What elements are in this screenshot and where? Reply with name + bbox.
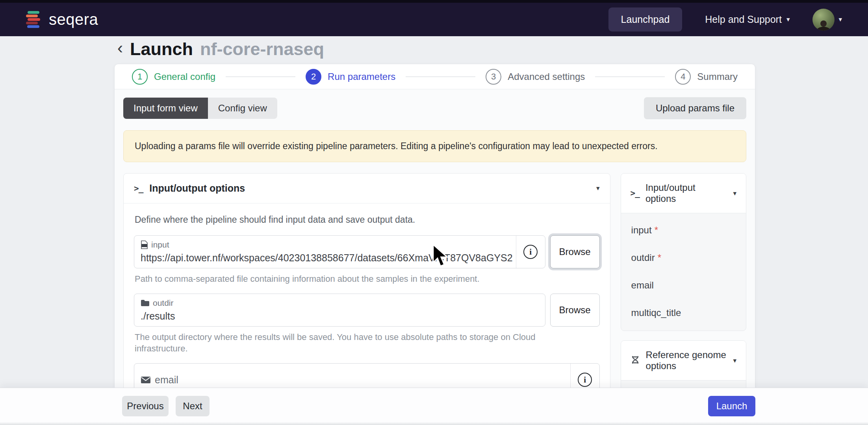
top-navbar: seqera Launchpad Help and Support ▾ ▾ bbox=[0, 0, 868, 36]
io-options-section: >_ Input/output options ▾ Define where t… bbox=[123, 173, 610, 388]
sidebar-io-options: >_ Input/output options ▾ input* outdir* bbox=[621, 173, 746, 331]
io-options-body: Define where the pipeline should find in… bbox=[124, 203, 610, 388]
chevron-down-icon: ▾ bbox=[786, 16, 790, 23]
content-columns: >_ Input/output options ▾ Define where t… bbox=[123, 173, 746, 388]
step-label: Run parameters bbox=[328, 71, 395, 82]
envelope-icon bbox=[141, 376, 151, 384]
chevron-down-icon: ▾ bbox=[596, 184, 600, 192]
wizard-stepper: 1 General config 2 Run parameters 3 Adva… bbox=[115, 64, 755, 89]
next-button[interactable]: Next bbox=[176, 396, 210, 416]
user-menu[interactable]: ▾ bbox=[812, 9, 842, 31]
email-info-button[interactable]: i bbox=[570, 364, 599, 388]
sidebar-item-outdir[interactable]: outdir* bbox=[621, 244, 746, 272]
page-title-pipeline: nf-core-rnaseq bbox=[200, 39, 324, 59]
terminal-icon: >_ bbox=[631, 188, 640, 198]
input-browse-button[interactable]: Browse bbox=[550, 235, 600, 268]
step-connector bbox=[595, 76, 665, 77]
info-icon: i bbox=[523, 245, 538, 259]
seqera-brand[interactable]: seqera bbox=[24, 9, 98, 30]
step-run-parameters[interactable]: 2 Run parameters bbox=[306, 69, 395, 85]
previous-button[interactable]: Previous bbox=[122, 396, 169, 416]
sidebar-genome-options: Reference genome options ▾ genome fasta bbox=[621, 340, 746, 388]
input-field[interactable]: input https://api.tower.nf/workspaces/40… bbox=[134, 235, 545, 268]
outdir-field[interactable]: outdir ./results bbox=[134, 294, 545, 327]
info-icon: i bbox=[578, 373, 592, 387]
sidebar-genome-options-header[interactable]: Reference genome options ▾ bbox=[621, 341, 746, 381]
sidebar-io-items: input* outdir* email multiqc_title bbox=[621, 213, 746, 331]
view-toggle: Input form view Config view bbox=[123, 98, 277, 119]
input-field-row: input https://api.tower.nf/workspaces/40… bbox=[134, 235, 600, 268]
warning-banner: Uploading a params file will override ex… bbox=[123, 130, 746, 162]
outdir-field-row: outdir ./results Browse bbox=[134, 294, 600, 327]
input-field-label-line: input bbox=[141, 240, 513, 249]
input-field-help: Path to comma-separated file containing … bbox=[135, 273, 560, 285]
outdir-browse-button[interactable]: Browse bbox=[550, 294, 600, 327]
tab-input-form-view[interactable]: Input form view bbox=[123, 98, 208, 119]
step-summary[interactable]: 4 Summary bbox=[675, 69, 738, 85]
sidebar-section-title: Reference genome options bbox=[646, 349, 727, 371]
io-options-section-header[interactable]: >_ Input/output options ▾ bbox=[124, 174, 610, 203]
view-toggle-row: Input form view Config view Upload param… bbox=[123, 97, 746, 119]
sidebar-io-options-header[interactable]: >_ Input/output options ▾ bbox=[621, 174, 746, 213]
step-number: 1 bbox=[132, 69, 148, 85]
page-title-action: Launch bbox=[130, 39, 193, 59]
sidebar-item-multiqc-title[interactable]: multiqc_title bbox=[621, 299, 746, 327]
email-field[interactable]: email i bbox=[134, 363, 600, 388]
params-outline-sidebar: >_ Input/output options ▾ input* outdir* bbox=[621, 173, 746, 388]
chevron-down-icon: ▾ bbox=[733, 357, 736, 365]
warning-banner-text: Uploading a params file will override ex… bbox=[135, 141, 658, 151]
launch-form-card: 1 General config 2 Run parameters 3 Adva… bbox=[114, 64, 755, 388]
avatar-silhouette-icon bbox=[815, 20, 832, 31]
step-connector bbox=[226, 76, 295, 77]
app-viewport: seqera Launchpad Help and Support ▾ ▾ ‹ … bbox=[0, 0, 868, 425]
sidebar-item-email[interactable]: email bbox=[621, 272, 746, 299]
chevron-down-icon: ▾ bbox=[838, 16, 842, 23]
wizard-footer: Previous Next Launch bbox=[0, 388, 868, 425]
sidebar-item-label: multiqc_title bbox=[631, 307, 681, 318]
terminal-icon: >_ bbox=[134, 184, 143, 193]
help-support-label: Help and Support bbox=[705, 14, 782, 25]
step-connector bbox=[406, 76, 475, 77]
folder-icon bbox=[141, 299, 150, 307]
step-number: 3 bbox=[486, 69, 501, 85]
sidebar-item-label: input bbox=[631, 225, 652, 235]
input-info-button[interactable]: i bbox=[516, 236, 545, 268]
tab-config-view[interactable]: Config view bbox=[208, 98, 277, 119]
required-marker: * bbox=[655, 225, 658, 235]
sidebar-genome-items: genome fasta gtf bbox=[621, 381, 746, 388]
sidebar-item-label: outdir bbox=[631, 252, 655, 263]
dna-icon bbox=[631, 355, 640, 366]
required-marker: * bbox=[658, 252, 661, 263]
brand-name: seqera bbox=[49, 11, 98, 28]
step-label: Advanced settings bbox=[508, 71, 585, 82]
email-field-row: email i bbox=[134, 363, 600, 388]
sidebar-section-title: Input/output options bbox=[645, 182, 727, 204]
step-number: 4 bbox=[675, 69, 691, 85]
upload-params-file-button[interactable]: Upload params file bbox=[644, 97, 746, 119]
help-support-menu[interactable]: Help and Support ▾ bbox=[705, 14, 790, 25]
outdir-field-label: outdir bbox=[153, 298, 174, 308]
launchpad-button[interactable]: Launchpad bbox=[608, 7, 683, 31]
input-field-main[interactable]: input https://api.tower.nf/workspaces/40… bbox=[134, 236, 516, 268]
avatar bbox=[812, 9, 835, 31]
chevron-down-icon: ▾ bbox=[733, 189, 736, 198]
email-field-main[interactable]: email bbox=[134, 364, 570, 388]
input-field-label: input bbox=[151, 240, 169, 249]
outdir-field-label-line: outdir bbox=[141, 298, 542, 308]
step-general-config[interactable]: 1 General config bbox=[132, 69, 215, 85]
card-inner: Input form view Config view Upload param… bbox=[115, 97, 755, 388]
sidebar-item-input[interactable]: input* bbox=[621, 216, 746, 244]
section-title: Input/output options bbox=[149, 183, 245, 194]
outdir-field-value: ./results bbox=[141, 310, 542, 322]
outdir-field-help: The output directory where the results w… bbox=[135, 331, 560, 355]
back-icon[interactable]: ‹ bbox=[117, 40, 123, 59]
launch-button[interactable]: Launch bbox=[708, 396, 755, 416]
seqera-logo-icon bbox=[24, 9, 43, 30]
input-field-value: https://api.tower.nf/workspaces/40230138… bbox=[141, 252, 513, 264]
page-title: ‹ Launch nf-core-rnaseq bbox=[117, 39, 324, 59]
sidebar-item-label: email bbox=[631, 280, 654, 290]
step-advanced-settings[interactable]: 3 Advanced settings bbox=[486, 69, 585, 85]
outdir-field-main[interactable]: outdir ./results bbox=[134, 294, 545, 326]
step-label: Summary bbox=[697, 71, 738, 82]
email-field-label: email bbox=[155, 374, 178, 386]
